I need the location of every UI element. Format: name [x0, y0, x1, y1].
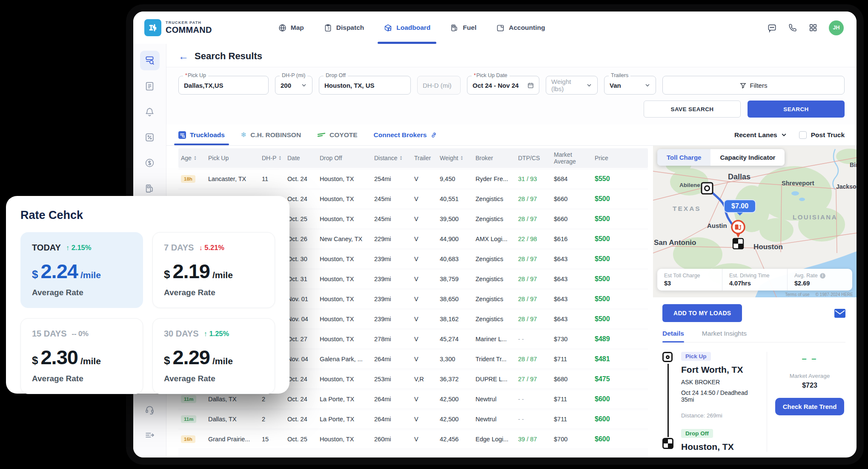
tab-truckloads[interactable]: Truckloads — [178, 124, 225, 145]
column-header-weight[interactable]: Weight▲▼ — [440, 155, 476, 161]
avg-rate-label: Avg. Ratei — [794, 273, 845, 279]
loadboard-search-icon[interactable] — [140, 51, 160, 70]
column-header-distance[interactable]: Distance▲▼ — [374, 155, 414, 161]
cell-distance: 239mi — [374, 296, 414, 302]
cell-broker: Edge Logi... — [476, 436, 518, 443]
avatar[interactable]: JH — [829, 20, 844, 35]
back-arrow-icon[interactable]: ← — [178, 51, 189, 61]
post-truck-toggle[interactable]: Post Truck — [799, 131, 845, 139]
column-header-dtp-cs[interactable]: DTP/CS — [518, 155, 554, 161]
column-header-trailer[interactable]: Trailer — [414, 155, 440, 161]
column-header-date[interactable]: Date — [287, 155, 320, 161]
rate-card-30-days: 30 DAYS↑ 1.25%$2.29/mileAverage Rate — [152, 318, 275, 394]
table-row[interactable]: 16hGrand Prairie...15Oct. 25Houston, TX2… — [178, 430, 648, 448]
cell-broker: Zengistics — [476, 256, 518, 262]
cell-dropoff: La Porte, TX — [320, 416, 374, 423]
phone-icon[interactable] — [788, 23, 797, 32]
route-distance: Distance: 269mi — [681, 412, 760, 419]
chevron-down-icon — [642, 82, 650, 88]
pickup-field[interactable]: *Pick Up Dallas,TX,US — [178, 76, 269, 95]
trailers-field[interactable]: Trailers Van — [604, 76, 656, 95]
filters-button[interactable]: Filters — [662, 76, 845, 95]
trailers-value: Van — [610, 82, 621, 89]
avg-rate-value: $2.69 — [794, 280, 845, 287]
cell-date: Oct. 24 — [287, 416, 320, 423]
sort-icon[interactable]: ▲▼ — [460, 155, 463, 161]
nav-dispatch[interactable]: Dispatch — [324, 12, 364, 44]
check-rate-trend-button[interactable]: Check Rate Trend — [775, 398, 845, 415]
apps-grid-icon[interactable] — [808, 23, 818, 32]
email-icon[interactable] — [834, 309, 845, 318]
sort-icon[interactable]: ▲▼ — [399, 155, 402, 161]
cell-broker: DUPRE L... — [476, 376, 518, 383]
cell-dropoff: Houston, TX — [320, 216, 374, 222]
city-label-louisiana: LOUISIANA — [793, 213, 837, 221]
table-header: Age▲▼Pick UpDH-P▲▼DateDrop OffDistance▲▼… — [178, 148, 648, 168]
column-header-dh-p[interactable]: DH-P▲▼ — [262, 155, 287, 161]
table-row[interactable]: 11mDallas, TX2Oct. 24La Porte, TX264miV4… — [178, 410, 648, 428]
brand-line-2: COMMAND — [166, 25, 212, 35]
search-button[interactable]: SEARCH — [748, 101, 845, 118]
cell-price: $489 — [595, 335, 645, 343]
column-header-broker[interactable]: Broker — [476, 155, 518, 161]
cell-dtpcs: 31 / 93 — [518, 176, 554, 182]
add-to-my-loads-button[interactable]: ADD TO MY LOADS — [662, 304, 742, 322]
driving-time-value: 4.07hrs — [729, 280, 780, 287]
toll-charge-segment[interactable]: Toll Charge — [657, 149, 710, 166]
collapse-sidebar-icon[interactable] — [140, 425, 160, 445]
page-header: ← Search Results — [166, 44, 857, 67]
column-header-age[interactable]: Age▲▼ — [181, 155, 208, 161]
column-header-price[interactable]: Price — [595, 155, 645, 161]
headset-icon[interactable] — [140, 400, 160, 419]
dhd-field[interactable]: DH-D (mi) — [417, 76, 461, 95]
column-header-pick-up[interactable]: Pick Up — [208, 155, 262, 161]
tab-ch-robinson[interactable]: ❄ C.H. ROBINSON — [241, 124, 301, 145]
recent-lanes-dropdown[interactable]: Recent Lanes — [734, 131, 787, 139]
cell-market: $643 — [554, 276, 595, 282]
dollar-icon[interactable] — [140, 153, 160, 173]
map-attribution: Terms of use © 1987-2024 HERE — [785, 292, 853, 297]
column-header-drop-off[interactable]: Drop Off — [320, 155, 374, 161]
info-icon[interactable]: i — [820, 273, 825, 279]
bell-icon[interactable] — [140, 102, 160, 121]
sort-icon[interactable]: ▲▼ — [278, 155, 281, 161]
cell-weight: 39,500 — [440, 216, 476, 222]
nav-fuel[interactable]: Fuel — [450, 12, 476, 44]
document-icon[interactable] — [140, 76, 160, 96]
cell-price: $500 — [595, 275, 645, 283]
percent-icon[interactable] — [140, 127, 160, 147]
brand[interactable]: TRUCKER PATH COMMAND — [144, 19, 212, 36]
tab-details[interactable]: Details — [662, 330, 684, 342]
post-truck-checkbox[interactable] — [799, 131, 807, 139]
cell-broker: Zengistics — [476, 196, 518, 202]
capacity-indicator-segment[interactable]: Capacity Indicator — [710, 149, 785, 166]
cell-date: Nov. 04 — [287, 316, 320, 322]
weight-field[interactable]: Weight (lbs) — [546, 76, 598, 95]
rate-card-15-days: 15 DAYS-- 0%$2.30/mileAverage Rate — [20, 318, 143, 394]
cell-trailer: V — [414, 296, 440, 302]
market-average-value: $723 — [802, 382, 817, 389]
dropoff-field[interactable]: Drop Off Houston, TX, US — [319, 76, 411, 95]
column-header-market-average[interactable]: Market Average — [554, 151, 595, 165]
cell-dropoff: La Porte, TX — [320, 396, 374, 403]
tab-market-insights[interactable]: Market Insights — [702, 330, 747, 342]
pickup-date-field[interactable]: *Pick Up Date Oct 24 - Nov 24 — [467, 76, 539, 95]
cell-broker: Newtrul — [476, 416, 518, 423]
route-map[interactable]: AbileneDallasShreveportJacksonBirminTEXA… — [653, 146, 857, 297]
tab-connect-brokers[interactable]: Connect Brokers — [374, 124, 438, 145]
table-row[interactable]: 18hLancaster, TX11Oct. 24Houston, TX254m… — [178, 170, 648, 188]
nav-accounting[interactable]: Accounting — [496, 12, 545, 44]
chat-icon[interactable] — [767, 23, 777, 33]
cell-dropoff: Houston, TX — [320, 276, 374, 282]
cell-pickup: Dallas, TX — [208, 396, 262, 403]
pickup-time-text: Oct 24 14:50 / Deadhead 35mi — [681, 389, 760, 403]
save-search-button[interactable]: SAVE SEARCH — [644, 101, 741, 118]
dhp-field[interactable]: DH-P (mi) 200 — [275, 76, 312, 95]
cell-trailer: V — [414, 176, 440, 182]
sort-icon[interactable]: ▲▼ — [194, 155, 197, 161]
tab-coyote[interactable]: COYOTE — [317, 124, 357, 145]
nav-loadboard[interactable]: Loadboard — [384, 12, 430, 44]
calendar-icon — [525, 82, 534, 89]
nav-map[interactable]: Map — [278, 12, 304, 44]
fuel-pump-icon[interactable] — [140, 178, 160, 198]
